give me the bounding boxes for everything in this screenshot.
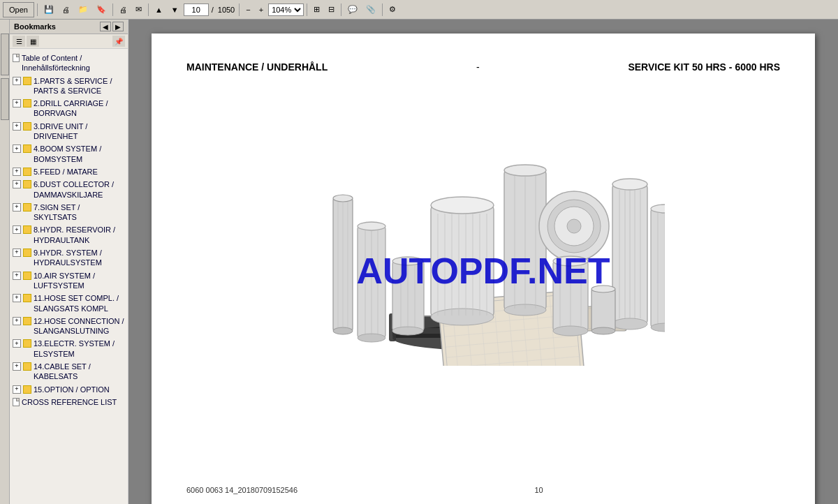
- toggle-10[interactable]: +: [13, 272, 21, 280]
- toolbar-btn-3[interactable]: 📁: [75, 2, 91, 17]
- toc-label: Table of Content / Innehållsförteckning: [22, 53, 125, 73]
- toggle-13[interactable]: +: [13, 339, 21, 348]
- sidebar-item-9[interactable]: + 9.HYDR. SYSTEM / HYDRAULSYSTEM: [10, 246, 128, 269]
- label-11: 11.HOSE SET COMPL. / SLANGSATS KOMPL: [34, 293, 125, 313]
- toggle-14[interactable]: +: [13, 362, 21, 371]
- edge-tab-2[interactable]: [1, 78, 9, 120]
- sidebar-item-2[interactable]: + 2.DRILL CARRIAGE / BORRVAGN: [10, 97, 128, 120]
- sidebar-item-8[interactable]: + 8.HYDR. RESERVOIR / HYDRAULTANK: [10, 223, 128, 246]
- toggle-6[interactable]: +: [13, 180, 21, 188]
- save-button[interactable]: 💾: [41, 2, 57, 17]
- toggle-4[interactable]: +: [13, 144, 21, 153]
- sidebar-view-button[interactable]: ▦: [27, 36, 39, 47]
- toggle-12[interactable]: +: [13, 317, 21, 325]
- toggle-9[interactable]: +: [13, 249, 21, 257]
- sidebar-expand-button[interactable]: ▶: [112, 22, 124, 31]
- svg-point-37: [431, 309, 494, 325]
- folder-icon-7: [23, 203, 31, 212]
- toggle-1[interactable]: +: [13, 77, 21, 85]
- edge-tab-1[interactable]: [1, 34, 9, 75]
- separator-7: [382, 3, 383, 16]
- pdf-footer-page: 10: [534, 486, 543, 494]
- pdf-page: MAINTENANCE / UNDERHÅLL - SERVICE KIT 50…: [152, 34, 815, 504]
- sidebar-collapse-button[interactable]: ◀: [100, 22, 111, 31]
- print-btn2[interactable]: 🖨: [116, 2, 131, 17]
- zoom-in-button[interactable]: +: [256, 2, 267, 17]
- folder-icon-14: [23, 362, 31, 371]
- fit-page-button[interactable]: ⊞: [310, 2, 323, 17]
- svg-point-89: [591, 327, 615, 334]
- open-button[interactable]: Open: [3, 2, 34, 17]
- page-number-input[interactable]: 10: [184, 3, 209, 16]
- svg-point-67: [567, 219, 581, 233]
- toggle-5[interactable]: +: [13, 168, 21, 176]
- folder-icon-1: [23, 77, 31, 85]
- label-14: 14.CABLE SET / KABELSATS: [34, 362, 125, 382]
- svg-point-69: [612, 179, 647, 190]
- toggle-2[interactable]: +: [13, 99, 21, 108]
- sidebar-item-toc[interactable]: Table of Content / Innehållsförteckning: [10, 52, 128, 75]
- sidebar-toolbar-left: ☰ ▦: [13, 36, 39, 47]
- sidebar-item-10[interactable]: + 10.AIR SYSTEM / LUFTSYSTEM: [10, 269, 128, 292]
- separator-3: [148, 3, 149, 16]
- toggle-3[interactable]: +: [13, 122, 21, 131]
- sidebar-item-3[interactable]: + 3.DRIVE UNIT / DRIVENHET: [10, 120, 128, 143]
- sidebar-title: Bookmarks: [14, 22, 56, 31]
- pdf-header-left: MAINTENANCE / UNDERHÅLL: [186, 61, 328, 73]
- separator-1: [37, 3, 38, 16]
- folder-icon-13: [23, 339, 31, 348]
- svg-rect-46: [392, 261, 424, 331]
- sidebar-header: Bookmarks ◀ ▶: [10, 20, 128, 34]
- sidebar-add-button[interactable]: 📌: [112, 36, 125, 47]
- pdf-header-right: SERVICE KIT 50 HRS - 6000 HRS: [628, 61, 780, 73]
- print-button[interactable]: 🖨: [59, 2, 73, 17]
- label-3: 3.DRIVE UNIT / DRIVENHET: [34, 121, 125, 142]
- label-6: 6.DUST COLLECTOR / DAMMAVSKILJARE: [34, 179, 125, 200]
- zoom-out-button[interactable]: −: [242, 2, 253, 17]
- sidebar-item-11[interactable]: + 11.HOSE SET COMPL. / SLANGSATS KOMPL: [10, 292, 128, 315]
- pdf-illustration: AUTOPDF.NET: [186, 87, 780, 380]
- folder-icon-5: [23, 168, 31, 176]
- attach-button[interactable]: 📎: [362, 2, 379, 17]
- sidebar-item-7[interactable]: + 7.SIGN SET / SKYLTSATS: [10, 201, 128, 224]
- zoom-select[interactable]: 104% 75% 100% 125% 150%: [268, 3, 304, 16]
- sidebar-item-14[interactable]: + 14.CABLE SET / KABELSATS: [10, 360, 128, 383]
- sidebar-header-buttons: ◀ ▶: [100, 22, 124, 31]
- comment-button[interactable]: 💬: [344, 2, 361, 17]
- svg-point-36: [431, 197, 494, 214]
- folder-icon-11: [23, 294, 31, 302]
- sidebar-item-4[interactable]: + 4.BOOM SYSTEM / BOMSYSTEM: [10, 142, 128, 165]
- svg-rect-87: [591, 289, 615, 331]
- sidebar-item-5[interactable]: + 5.FEED / MATARE: [10, 165, 128, 178]
- toggle-8[interactable]: +: [13, 225, 21, 234]
- label-1: 1.PARTS & SERVICE / PARTS & SERVICE: [34, 76, 125, 96]
- svg-point-59: [333, 195, 353, 202]
- toggle-7[interactable]: +: [13, 203, 21, 212]
- label-7: 7.SIGN SET / SKYLTSATS: [34, 202, 125, 223]
- email-btn[interactable]: ✉: [132, 2, 145, 17]
- sidebar-toolbar: ☰ ▦ 📌: [10, 34, 128, 49]
- sidebar-item-12[interactable]: + 12.HOSE CONNECTION / SLANGANSLUTNING: [10, 315, 128, 338]
- sidebar: Bookmarks ◀ ▶ ☰ ▦ 📌 Table of Content / I…: [10, 20, 128, 504]
- toggle-11[interactable]: +: [13, 294, 21, 302]
- sidebar-item-crl[interactable]: CROSS REFERENCE LIST: [10, 396, 128, 408]
- sidebar-item-1[interactable]: + 1.PARTS & SERVICE / PARTS & SERVICE: [10, 75, 128, 98]
- label-9: 9.HYDR. SYSTEM / HYDRAULSYSTEM: [34, 248, 125, 268]
- separator-2: [112, 3, 113, 16]
- toolbar-btn-4[interactable]: 🔖: [93, 2, 110, 17]
- crl-page-icon: [13, 398, 20, 406]
- nav-up-button[interactable]: ▲: [152, 2, 166, 17]
- separator-4: [239, 3, 240, 16]
- folder-icon-4: [23, 144, 31, 153]
- toolbar-extra[interactable]: ⚙: [385, 2, 399, 17]
- sidebar-menu-button[interactable]: ☰: [13, 36, 25, 47]
- sidebar-item-15[interactable]: + 15.OPTION / OPTION: [10, 383, 128, 396]
- sidebar-item-13[interactable]: + 13.ELECTR. SYSTEM / ELSYSTEM: [10, 337, 128, 360]
- nav-down-button[interactable]: ▼: [168, 2, 182, 17]
- sidebar-item-6[interactable]: + 6.DUST COLLECTOR / DAMMAVSKILJARE: [10, 178, 128, 201]
- toolbar: Open 💾 🖨 📁 🔖 🖨 ✉ ▲ ▼ 10 / 1050 − + 104% …: [0, 0, 838, 20]
- fit-width-button[interactable]: ⊟: [325, 2, 338, 17]
- toggle-15[interactable]: +: [13, 385, 21, 394]
- pdf-viewer[interactable]: MAINTENANCE / UNDERHÅLL - SERVICE KIT 50…: [128, 20, 838, 504]
- folder-icon-10: [23, 272, 31, 280]
